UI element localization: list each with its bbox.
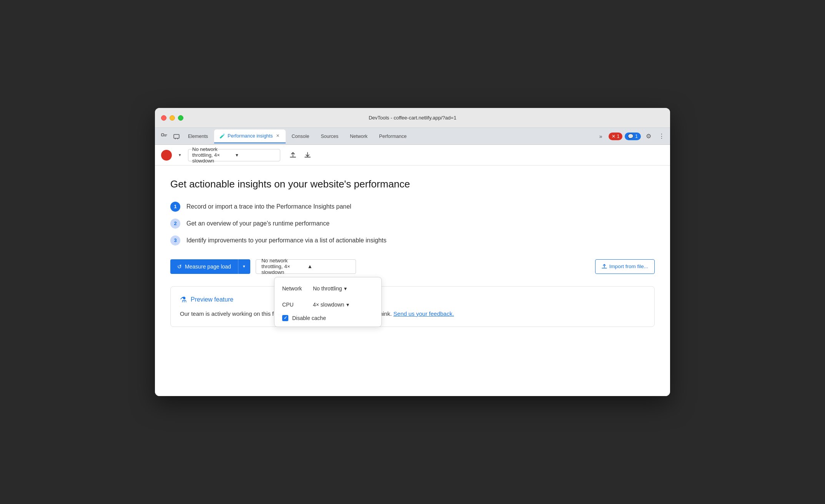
tab-close-icon[interactable]: ✕ [275, 133, 280, 139]
record-button[interactable] [161, 150, 172, 161]
refresh-icon: ↺ [177, 264, 182, 270]
minimize-button[interactable] [170, 115, 175, 121]
import-btn-label: Import from file... [609, 264, 648, 269]
beaker-icon: 🧪 [220, 133, 225, 139]
devtools-window: DevTools - coffee-cart.netlify.app/?ad=1… [155, 108, 670, 396]
settings-button[interactable]: ⚙ [643, 131, 654, 142]
close-button[interactable] [161, 115, 166, 121]
disable-cache-label: Disable cache [292, 315, 326, 321]
popup-cpu-label: CPU [282, 302, 305, 308]
more-tabs-button[interactable]: » [595, 131, 606, 142]
toolbar-actions [287, 149, 313, 161]
info-count: 1 [635, 134, 638, 139]
inspect-icon[interactable] [158, 130, 170, 143]
throttle-popup: Network No throttling ▾ CPU 4× slowdown … [274, 277, 382, 327]
svg-rect-0 [161, 134, 164, 136]
upload-button[interactable] [287, 149, 299, 161]
more-button[interactable]: ⋮ [656, 131, 667, 142]
network-throttle-dropdown[interactable]: No network throttling, 4× slowdown ▲ [256, 259, 356, 274]
titlebar: DevTools - coffee-cart.netlify.app/?ad=1 [155, 108, 670, 128]
tabs-container: Elements 🧪 Performance insights ✕ Consol… [183, 129, 595, 143]
step-text-1: Record or import a trace into the Perfor… [186, 203, 351, 210]
tab-network[interactable]: Network [344, 129, 373, 143]
popup-network-value: No throttling [313, 285, 342, 292]
step-number-2: 2 [170, 219, 180, 229]
popup-network-select[interactable]: No throttling ▾ [310, 283, 350, 294]
step-text-3: Identify improvements to your performanc… [186, 237, 386, 244]
step-number-3: 3 [170, 235, 180, 245]
measure-dropdown-button[interactable]: ▾ [238, 259, 250, 274]
svg-rect-1 [174, 134, 179, 138]
page-title: Get actionable insights on your website'… [170, 178, 655, 191]
tabbar: Elements 🧪 Performance insights ✕ Consol… [155, 128, 670, 145]
popup-network-chevron-icon: ▾ [344, 285, 347, 292]
step-item-2: 2 Get an overview of your page's runtime… [170, 219, 655, 229]
throttle-chevron-icon: ▾ [236, 152, 276, 158]
network-dropdown-chevron-icon: ▲ [307, 264, 350, 269]
popup-network-label: Network [282, 285, 305, 292]
disable-cache-checkbox[interactable] [282, 315, 288, 321]
step-number-1: 1 [170, 202, 180, 212]
action-row: ↺ Measure page load ▾ No network throttl… [170, 259, 655, 274]
step-item-1: 1 Record or import a trace into the Perf… [170, 202, 655, 212]
preview-text: Our team is actively working on this fea… [180, 310, 645, 318]
device-icon[interactable] [170, 130, 183, 143]
preview-title: Preview feature [191, 296, 233, 303]
measure-btn-group: ↺ Measure page load ▾ [170, 259, 250, 274]
window-title: DevTools - coffee-cart.netlify.app/?ad=1 [369, 115, 456, 121]
preview-card: ⚗ Preview feature Our team is actively w… [170, 286, 655, 327]
popup-disable-cache-row: Disable cache [282, 315, 374, 321]
tab-performance[interactable]: Performance [374, 129, 412, 143]
download-button[interactable] [302, 149, 313, 161]
tabs-right: » ✕ 1 💬 1 ⚙ ⋮ [595, 131, 667, 142]
popup-network-row: Network No throttling ▾ [282, 283, 374, 294]
info-badge[interactable]: 💬 1 [625, 133, 641, 140]
throttle-label: No network throttling, 4× slowdown [192, 146, 233, 164]
tab-sources[interactable]: Sources [315, 129, 344, 143]
throttle-select-toolbar[interactable]: No network throttling, 4× slowdown ▾ [188, 149, 280, 161]
record-dropdown-button[interactable]: ▾ [176, 150, 184, 161]
maximize-button[interactable] [178, 115, 183, 121]
main-content: Get actionable insights on your website'… [155, 166, 670, 396]
beaker-icon: ⚗ [180, 295, 187, 304]
steps-list: 1 Record or import a trace into the Perf… [170, 202, 655, 245]
preview-header: ⚗ Preview feature [180, 295, 645, 304]
toolbar: ▾ No network throttling, 4× slowdown ▾ [155, 145, 670, 166]
error-badge[interactable]: ✕ 1 [609, 133, 623, 140]
chat-icon: 💬 [628, 134, 634, 139]
step-text-2: Get an overview of your page's runtime p… [186, 220, 329, 227]
popup-cpu-select[interactable]: 4× slowdown ▾ [310, 299, 352, 310]
feedback-link[interactable]: Send us your feedback. [393, 310, 454, 317]
tab-console[interactable]: Console [286, 129, 315, 143]
step-item-3: 3 Identify improvements to your performa… [170, 235, 655, 245]
tab-performance-insights[interactable]: 🧪 Performance insights ✕ [214, 129, 285, 143]
popup-cpu-value: 4× slowdown [313, 302, 344, 308]
error-count: 1 [617, 134, 620, 139]
popup-cpu-chevron-icon: ▾ [346, 302, 349, 308]
tab-elements[interactable]: Elements [183, 129, 213, 143]
import-from-file-button[interactable]: Import from file... [595, 259, 655, 274]
measure-page-load-button[interactable]: ↺ Measure page load [170, 259, 238, 274]
network-dropdown-label: No network throttling, 4× slowdown [261, 258, 304, 275]
traffic-lights [161, 115, 183, 121]
error-icon: ✕ [612, 134, 615, 139]
popup-cpu-row: CPU 4× slowdown ▾ [282, 299, 374, 310]
